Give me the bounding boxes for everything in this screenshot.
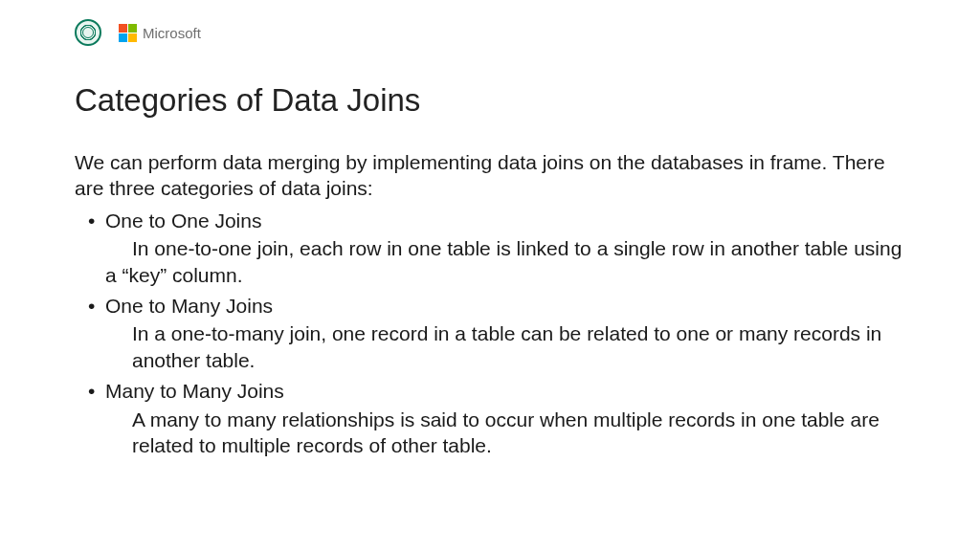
item-description: A many to many relationships is said to … — [105, 407, 905, 459]
institution-logo-icon — [75, 19, 101, 46]
item-label: One to Many Joins — [105, 295, 273, 317]
header-logos: Microsoft — [75, 19, 905, 46]
list-item: One to One Joins In one-to-one join, eac… — [105, 208, 905, 289]
microsoft-label: Microsoft — [143, 25, 201, 41]
item-description: In a one-to-many join, one record in a t… — [105, 320, 905, 373]
microsoft-logo: Microsoft — [119, 24, 201, 42]
intro-paragraph: We can perform data merging by implement… — [75, 149, 905, 202]
slide-title: Categories of Data Joins — [75, 82, 905, 119]
item-description: In one-to-one join, each row in one tabl… — [105, 235, 905, 288]
joins-list: One to One Joins In one-to-one join, eac… — [75, 208, 905, 459]
item-label: One to One Joins — [105, 209, 261, 231]
microsoft-squares-icon — [119, 24, 137, 42]
item-label: Many to Many Joins — [105, 380, 284, 402]
list-item: One to Many Joins In a one-to-many join,… — [105, 293, 905, 374]
list-item: Many to Many Joins A many to many relati… — [105, 378, 905, 459]
